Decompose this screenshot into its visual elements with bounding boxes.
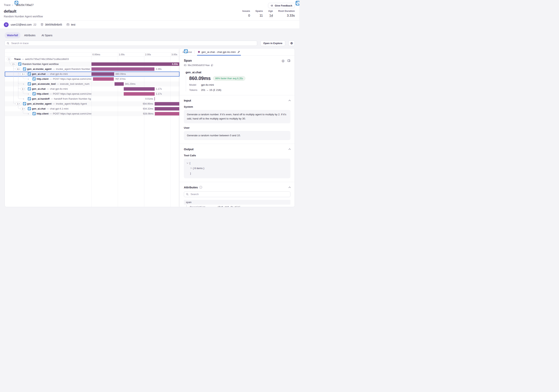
attributes-search-input[interactable] xyxy=(190,192,288,196)
span-duration-label: 860.09ms xyxy=(115,72,126,77)
open-in-explore-button[interactable]: Open in Explore xyxy=(261,40,285,46)
waterfall-row[interactable]: 1 gen_ai.invoke_agent—invoke_agent Multi… xyxy=(5,101,179,106)
trace-stats: Issues 0 Spans 11 Age 1d Root Duration 3… xyxy=(242,9,295,18)
trace-search[interactable] xyxy=(5,41,257,46)
input-section-heading: Input xyxy=(184,99,191,102)
span-count-badge[interactable]: 4 xyxy=(16,67,21,71)
span-count-badge[interactable]: 1 xyxy=(20,107,26,110)
span-duration-bar[interactable] xyxy=(155,112,179,116)
python-icon xyxy=(28,87,31,91)
pin-icon[interactable] xyxy=(237,51,240,54)
waterfall-row[interactable]: gen_ai.handoff—handoff from Random Numbe… xyxy=(5,96,179,101)
tree-elbow-icon xyxy=(186,205,188,207)
breadcrumb-current: aeb20c735a27 xyxy=(15,3,34,7)
user-email-link[interactable]: user22@test.com xyxy=(11,23,32,26)
waterfall-row[interactable]: 2 Random Number Agent workflow— 3.33s xyxy=(5,62,179,67)
span-duration-label: 787.37ms xyxy=(115,77,126,82)
span-count-badge[interactable]: 2 xyxy=(11,62,17,66)
time-axis: 0.00ms1.00s2.00s3.00s xyxy=(5,52,179,57)
give-feedback-button[interactable]: Give Feedback xyxy=(268,3,295,8)
python-icon xyxy=(32,92,36,95)
span-count-badge[interactable]: 1 xyxy=(20,72,26,76)
span-title: gen_ai.chat—chat gpt-4.1-mini xyxy=(32,106,92,111)
waterfall-row[interactable]: http.client—POST https://api.openai.com/… xyxy=(5,91,179,96)
span-bar-track: 2.39s xyxy=(92,67,179,72)
axis-tick: 1.00s xyxy=(119,53,125,56)
span-count-badge[interactable]: 1 xyxy=(20,87,26,91)
attribute-key: description xyxy=(190,206,217,207)
divider xyxy=(194,50,195,54)
span-duration-bar[interactable] xyxy=(92,67,154,71)
span-count-badge[interactable]: 1 xyxy=(7,57,11,61)
waterfall-row[interactable]: http.client—POST https://api.openai.com/… xyxy=(5,77,179,82)
tree-dot xyxy=(28,113,29,114)
span-count-badge[interactable]: 1 xyxy=(16,102,21,106)
span-detail-panel: × Close gen_ai.chat - chat gpt-4o-mini S… xyxy=(179,48,295,207)
tree-connector xyxy=(18,96,23,99)
waterfall-row[interactable]: http.client—POST https://api.openai.com/… xyxy=(5,111,179,116)
chevron-up-icon[interactable] xyxy=(289,187,290,189)
tree-dot xyxy=(28,79,29,80)
span-duration-bar[interactable] xyxy=(155,107,179,110)
span-duration-bar[interactable] xyxy=(154,97,155,100)
tab-ai-spans[interactable]: AI Spans xyxy=(39,32,55,38)
chevron-up-icon[interactable] xyxy=(289,148,290,151)
python-icon xyxy=(32,77,36,81)
attributes-search[interactable] xyxy=(184,191,290,197)
trace-toolbar: Open in Explore ⚙ xyxy=(0,38,299,46)
user-label: User xyxy=(184,126,290,129)
span-duration-bar[interactable] xyxy=(124,92,154,96)
span-duration-bar[interactable] xyxy=(92,62,179,66)
waterfall-row[interactable]: 1 gen_ai.chat—chat gpt-4.1-mini 934.32ms xyxy=(5,106,179,111)
gear-icon[interactable]: ⚙ xyxy=(289,40,295,46)
package-box-icon xyxy=(40,23,44,26)
environment-item[interactable]: test xyxy=(66,23,75,26)
chevron-up-icon[interactable] xyxy=(289,100,290,102)
tree-dot xyxy=(28,93,29,94)
layout-columns-icon[interactable] xyxy=(287,59,290,62)
span-duration-bar[interactable] xyxy=(124,87,154,91)
waterfall-row[interactable]: 1 gen_ai.chat—chat gpt-4o-mini 1.17s xyxy=(5,86,179,91)
focus-span-icon[interactable]: ◎ xyxy=(282,59,284,62)
tool-calls-label: Tool Calls xyxy=(184,154,290,157)
divider xyxy=(180,182,295,182)
waterfall-rows: 1 Trace—aeb20c735a2748c1958a71cd8a1dbb03… xyxy=(5,57,179,116)
span-bar-track xyxy=(92,57,179,62)
copy-icon[interactable] xyxy=(211,64,213,66)
collapse-caret-icon xyxy=(14,64,15,65)
span-title: gen_ai.invoke_agent—invoke_agent Random … xyxy=(27,67,92,72)
axis-tick: 3.00s xyxy=(171,53,177,56)
page-header: Trace › aeb20c735a27 Give Feedback defau… xyxy=(0,0,299,29)
chevron-down-icon[interactable] xyxy=(187,162,188,163)
tab-attributes[interactable]: Attributes xyxy=(22,32,38,38)
release-item[interactable]: 3845f4d94b45 xyxy=(40,23,62,26)
trace-view-page: Trace › aeb20c735a27 Give Feedback defau… xyxy=(0,0,299,207)
help-icon[interactable]: ? xyxy=(199,186,202,189)
tree-connector xyxy=(23,91,28,94)
span-duration-bar[interactable] xyxy=(155,102,179,106)
span-title: gen_ai.chat—chat gpt-4o-mini xyxy=(32,72,92,77)
search-in-trace-input[interactable] xyxy=(11,42,255,45)
system-message: Generate a random number. If it's even, … xyxy=(184,110,290,123)
waterfall-row[interactable]: 4 gen_ai.invoke_agent—invoke_agent Rando… xyxy=(5,67,179,72)
trace-id-short: aeb20c735a27 xyxy=(16,3,34,7)
span-duration-bar[interactable] xyxy=(114,82,123,86)
breadcrumb-trace-link[interactable]: Trace xyxy=(4,3,10,7)
span-bar-track: 860.09ms xyxy=(92,72,179,77)
tool-calls-json: [ { 6 items } ] xyxy=(184,159,290,178)
chevron-right-icon[interactable] xyxy=(190,167,192,169)
waterfall-row[interactable]: 1 Trace—aeb20c735a2748c1958a71cd8a1dbb03 xyxy=(5,57,179,62)
waterfall-row[interactable]: gen_ai.execute_tool—execute_tool random_… xyxy=(5,82,179,86)
detail-tab-active[interactable]: gen_ai.chat - chat gpt-4o-mini xyxy=(197,48,241,55)
span-duration-label: 1.17s xyxy=(156,86,162,91)
waterfall-row[interactable]: 1 gen_ai.chat—chat gpt-4o-mini 860.09ms xyxy=(5,72,179,77)
tree-dot xyxy=(23,99,24,100)
span-duration-bar[interactable] xyxy=(92,72,114,76)
span-duration-bar[interactable] xyxy=(93,77,114,81)
avatar: U xyxy=(4,22,9,27)
span-duration-label: 928.06ms xyxy=(143,111,153,116)
tab-waterfall[interactable]: Waterfall xyxy=(5,32,20,38)
trace-stat: Spans 11 xyxy=(255,9,263,18)
collapsed-object[interactable]: { 6 items } xyxy=(193,166,204,171)
span-duration-label: 341.23ms xyxy=(125,82,136,86)
